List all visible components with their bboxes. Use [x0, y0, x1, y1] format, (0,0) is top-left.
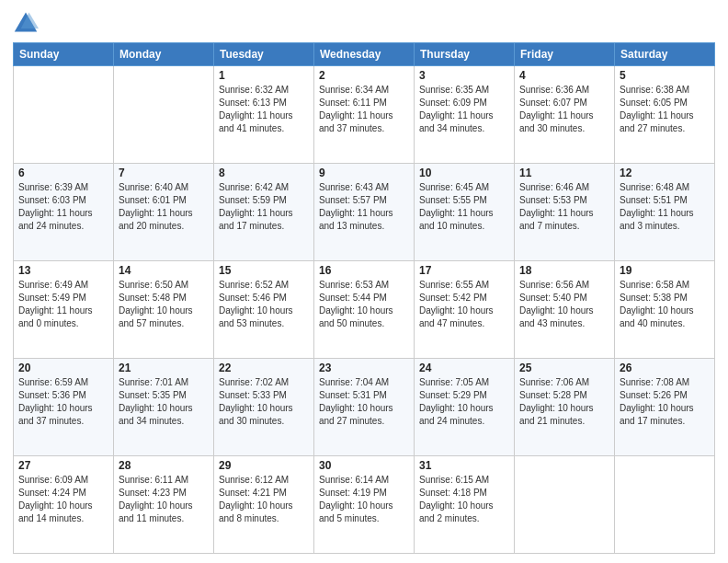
day-number: 7 — [119, 167, 209, 179]
calendar-cell: 22Sunrise: 7:02 AM Sunset: 5:33 PM Dayli… — [214, 359, 314, 456]
calendar-cell: 21Sunrise: 7:01 AM Sunset: 5:35 PM Dayli… — [114, 359, 214, 456]
header — [13, 9, 715, 35]
day-info: Sunrise: 6:11 AM Sunset: 4:23 PM Dayligh… — [119, 474, 209, 525]
day-info: Sunrise: 6:14 AM Sunset: 4:19 PM Dayligh… — [319, 474, 409, 525]
day-info: Sunrise: 6:34 AM Sunset: 6:11 PM Dayligh… — [319, 84, 409, 135]
calendar-cell: 25Sunrise: 7:06 AM Sunset: 5:28 PM Dayli… — [515, 359, 615, 456]
day-info: Sunrise: 6:12 AM Sunset: 4:21 PM Dayligh… — [219, 474, 309, 525]
calendar-cell: 30Sunrise: 6:14 AM Sunset: 4:19 PM Dayli… — [314, 456, 415, 554]
day-info: Sunrise: 6:59 AM Sunset: 5:36 PM Dayligh… — [18, 376, 108, 428]
day-info: Sunrise: 6:39 AM Sunset: 6:03 PM Dayligh… — [18, 181, 108, 233]
day-info: Sunrise: 6:09 AM Sunset: 4:24 PM Dayligh… — [18, 474, 108, 525]
calendar-cell: 15Sunrise: 6:52 AM Sunset: 5:46 PM Dayli… — [214, 261, 314, 359]
day-number: 22 — [219, 362, 309, 374]
day-info: Sunrise: 6:56 AM Sunset: 5:40 PM Dayligh… — [519, 279, 609, 330]
day-number: 19 — [620, 264, 710, 277]
calendar-cell: 10Sunrise: 6:45 AM Sunset: 5:55 PM Dayli… — [415, 164, 515, 261]
calendar-cell: 28Sunrise: 6:11 AM Sunset: 4:23 PM Dayli… — [114, 456, 214, 554]
calendar-cell — [114, 66, 214, 164]
day-info: Sunrise: 7:06 AM Sunset: 5:28 PM Dayligh… — [519, 376, 609, 428]
day-info: Sunrise: 6:45 AM Sunset: 5:55 PM Dayligh… — [419, 181, 509, 233]
logo — [13, 9, 42, 35]
day-info: Sunrise: 6:38 AM Sunset: 6:05 PM Dayligh… — [620, 84, 710, 135]
weekday-header-tuesday: Tuesday — [214, 43, 314, 66]
day-number: 20 — [18, 362, 108, 374]
day-info: Sunrise: 6:52 AM Sunset: 5:46 PM Dayligh… — [219, 279, 309, 330]
day-info: Sunrise: 7:02 AM Sunset: 5:33 PM Dayligh… — [219, 376, 309, 428]
day-number: 3 — [419, 69, 509, 82]
weekday-header-wednesday: Wednesday — [314, 43, 415, 66]
day-number: 5 — [620, 69, 710, 82]
day-info: Sunrise: 6:40 AM Sunset: 6:01 PM Dayligh… — [119, 181, 209, 233]
calendar-cell: 17Sunrise: 6:55 AM Sunset: 5:42 PM Dayli… — [415, 261, 515, 359]
day-info: Sunrise: 6:15 AM Sunset: 4:18 PM Dayligh… — [419, 474, 509, 525]
calendar-cell: 7Sunrise: 6:40 AM Sunset: 6:01 PM Daylig… — [114, 164, 214, 261]
day-number: 6 — [18, 167, 108, 179]
day-number: 30 — [319, 459, 409, 472]
day-number: 14 — [119, 264, 209, 277]
day-number: 10 — [419, 167, 509, 179]
day-number: 17 — [419, 264, 509, 277]
calendar-table: SundayMondayTuesdayWednesdayThursdayFrid… — [13, 42, 715, 554]
day-number: 16 — [319, 264, 409, 277]
calendar-week-row: 20Sunrise: 6:59 AM Sunset: 5:36 PM Dayli… — [14, 359, 715, 456]
day-info: Sunrise: 6:55 AM Sunset: 5:42 PM Dayligh… — [419, 279, 509, 330]
calendar-cell — [515, 456, 615, 554]
day-number: 11 — [519, 167, 609, 179]
calendar-cell: 12Sunrise: 6:48 AM Sunset: 5:51 PM Dayli… — [615, 164, 715, 261]
day-number: 28 — [119, 459, 209, 472]
day-number: 24 — [419, 362, 509, 374]
calendar-cell: 11Sunrise: 6:46 AM Sunset: 5:53 PM Dayli… — [515, 164, 615, 261]
logo-icon — [13, 9, 39, 35]
day-info: Sunrise: 7:08 AM Sunset: 5:26 PM Dayligh… — [620, 376, 710, 428]
calendar-week-row: 1Sunrise: 6:32 AM Sunset: 6:13 PM Daylig… — [14, 66, 715, 164]
day-number: 18 — [519, 264, 609, 277]
day-info: Sunrise: 6:32 AM Sunset: 6:13 PM Dayligh… — [219, 84, 309, 135]
day-info: Sunrise: 6:46 AM Sunset: 5:53 PM Dayligh… — [519, 181, 609, 233]
day-info: Sunrise: 6:35 AM Sunset: 6:09 PM Dayligh… — [419, 84, 509, 135]
day-info: Sunrise: 6:36 AM Sunset: 6:07 PM Dayligh… — [519, 84, 609, 135]
day-number: 12 — [620, 167, 710, 179]
calendar-cell: 5Sunrise: 6:38 AM Sunset: 6:05 PM Daylig… — [615, 66, 715, 164]
calendar-cell: 18Sunrise: 6:56 AM Sunset: 5:40 PM Dayli… — [515, 261, 615, 359]
calendar-cell: 6Sunrise: 6:39 AM Sunset: 6:03 PM Daylig… — [14, 164, 114, 261]
calendar-cell — [14, 66, 114, 164]
calendar-cell: 16Sunrise: 6:53 AM Sunset: 5:44 PM Dayli… — [314, 261, 415, 359]
day-number: 21 — [119, 362, 209, 374]
calendar-cell — [615, 456, 715, 554]
calendar-cell: 19Sunrise: 6:58 AM Sunset: 5:38 PM Dayli… — [615, 261, 715, 359]
calendar-cell: 31Sunrise: 6:15 AM Sunset: 4:18 PM Dayli… — [415, 456, 515, 554]
day-number: 25 — [519, 362, 609, 374]
day-number: 8 — [219, 167, 309, 179]
day-info: Sunrise: 6:49 AM Sunset: 5:49 PM Dayligh… — [18, 279, 108, 330]
day-info: Sunrise: 7:05 AM Sunset: 5:29 PM Dayligh… — [419, 376, 509, 428]
day-number: 9 — [319, 167, 409, 179]
weekday-header-saturday: Saturday — [615, 43, 715, 66]
weekday-header-monday: Monday — [114, 43, 214, 66]
day-info: Sunrise: 7:01 AM Sunset: 5:35 PM Dayligh… — [119, 376, 209, 428]
calendar-cell: 29Sunrise: 6:12 AM Sunset: 4:21 PM Dayli… — [214, 456, 314, 554]
day-number: 1 — [219, 69, 309, 82]
calendar-week-row: 13Sunrise: 6:49 AM Sunset: 5:49 PM Dayli… — [14, 261, 715, 359]
calendar-week-row: 6Sunrise: 6:39 AM Sunset: 6:03 PM Daylig… — [14, 164, 715, 261]
calendar-cell: 2Sunrise: 6:34 AM Sunset: 6:11 PM Daylig… — [314, 66, 415, 164]
calendar-cell: 4Sunrise: 6:36 AM Sunset: 6:07 PM Daylig… — [515, 66, 615, 164]
calendar-cell: 23Sunrise: 7:04 AM Sunset: 5:31 PM Dayli… — [314, 359, 415, 456]
calendar-cell: 8Sunrise: 6:42 AM Sunset: 5:59 PM Daylig… — [214, 164, 314, 261]
day-number: 15 — [219, 264, 309, 277]
calendar-cell: 24Sunrise: 7:05 AM Sunset: 5:29 PM Dayli… — [415, 359, 515, 456]
day-number: 23 — [319, 362, 409, 374]
day-number: 13 — [18, 264, 108, 277]
calendar-header-row: SundayMondayTuesdayWednesdayThursdayFrid… — [14, 43, 715, 66]
day-number: 26 — [620, 362, 710, 374]
day-info: Sunrise: 6:50 AM Sunset: 5:48 PM Dayligh… — [119, 279, 209, 330]
calendar-week-row: 27Sunrise: 6:09 AM Sunset: 4:24 PM Dayli… — [14, 456, 715, 554]
calendar-cell: 14Sunrise: 6:50 AM Sunset: 5:48 PM Dayli… — [114, 261, 214, 359]
calendar-cell: 26Sunrise: 7:08 AM Sunset: 5:26 PM Dayli… — [615, 359, 715, 456]
calendar-cell: 20Sunrise: 6:59 AM Sunset: 5:36 PM Dayli… — [14, 359, 114, 456]
day-info: Sunrise: 7:04 AM Sunset: 5:31 PM Dayligh… — [319, 376, 409, 428]
calendar-cell: 1Sunrise: 6:32 AM Sunset: 6:13 PM Daylig… — [214, 66, 314, 164]
weekday-header-friday: Friday — [515, 43, 615, 66]
day-number: 31 — [419, 459, 509, 472]
day-info: Sunrise: 6:58 AM Sunset: 5:38 PM Dayligh… — [620, 279, 710, 330]
